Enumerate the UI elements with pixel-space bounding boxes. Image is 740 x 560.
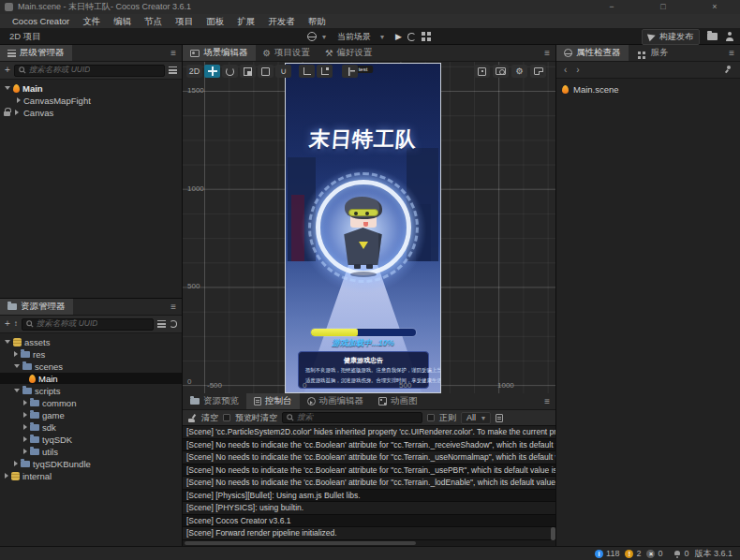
- log-file-icon[interactable]: [496, 414, 503, 422]
- asset-row-scripts[interactable]: scripts: [0, 385, 182, 396]
- refresh-button[interactable]: [407, 33, 416, 41]
- chevron-down-icon[interactable]: [5, 86, 10, 90]
- mode-2d-button[interactable]: 2D: [186, 65, 202, 78]
- scene-viewport[interactable]: 1500 1000 500 0 -500 0 500 1000 2D ∪ ⚙: [183, 62, 555, 393]
- menu-cocos-creator[interactable]: Cocos Creator: [6, 14, 76, 28]
- clear-button[interactable]: 清空: [201, 412, 218, 424]
- menu-file[interactable]: 文件: [76, 14, 107, 28]
- account-button[interactable]: [725, 32, 734, 41]
- asset-row-sdk[interactable]: sdk: [0, 421, 182, 433]
- game-preview[interactable]: test 末日特工队 游戏加载中...10% 健康游戏忠告 抵制不良游戏，拒绝盗…: [285, 63, 441, 393]
- log-level-dropdown[interactable]: All ▾: [461, 412, 491, 424]
- clear-icon[interactable]: [188, 414, 197, 422]
- hierarchy-node-canvasmapfight[interactable]: CanvasMapFight: [0, 95, 182, 106]
- scene-menu-icon[interactable]: ≡: [539, 45, 555, 61]
- log-row[interactable]: [Scene] [Physics][Bullet]: Using asm.js …: [183, 490, 555, 503]
- tab-scene-editor[interactable]: 场景编辑器: [183, 45, 256, 61]
- tab-inspector[interactable]: 属性检查器: [556, 45, 629, 61]
- chevron-down-icon[interactable]: [14, 364, 20, 368]
- lock-icon[interactable]: [4, 111, 10, 116]
- menu-edit[interactable]: 编辑: [107, 14, 138, 28]
- history-forward-button[interactable]: ›: [576, 65, 579, 75]
- tab-asset-preview[interactable]: 资源预览: [183, 393, 246, 409]
- chevron-down-icon[interactable]: [14, 389, 20, 392]
- info-count[interactable]: i 118: [595, 549, 619, 558]
- chevron-down-icon[interactable]: ▾: [322, 33, 326, 41]
- regex-checkbox[interactable]: [427, 414, 435, 421]
- assets-add-button[interactable]: +: [5, 318, 10, 330]
- menu-project[interactable]: 项目: [169, 14, 200, 28]
- chevron-down-icon[interactable]: [5, 340, 10, 344]
- chevron-right-icon[interactable]: [17, 97, 21, 103]
- chevron-right-icon[interactable]: [14, 351, 18, 357]
- menu-node[interactable]: 节点: [138, 14, 169, 28]
- log-row[interactable]: [Scene] 'cc.ParticleSystem2D.color' hide…: [183, 426, 555, 439]
- tab-animation-editor[interactable]: 动画编辑器: [300, 393, 372, 409]
- asset-row-main-scene[interactable]: Main: [0, 373, 182, 384]
- play-button[interactable]: ▶: [395, 32, 402, 41]
- chevron-right-icon[interactable]: [14, 461, 18, 466]
- rotate-tool-button[interactable]: [222, 65, 238, 78]
- scale-tool-button[interactable]: [240, 65, 256, 78]
- scene-gear-button[interactable]: ⚙: [511, 65, 527, 78]
- error-count[interactable]: × 0: [646, 549, 662, 558]
- minimize-button[interactable]: −: [596, 0, 628, 14]
- chevron-right-icon[interactable]: [23, 400, 27, 405]
- assets-search-input[interactable]: 搜索名称或 UUID: [22, 318, 154, 331]
- gizmo-visibility-button[interactable]: [474, 65, 490, 78]
- console-vertical-scrollbar[interactable]: [551, 527, 555, 540]
- menu-developer[interactable]: 开发者: [261, 14, 302, 28]
- step-frame-button[interactable]: [422, 32, 431, 41]
- chevron-right-icon[interactable]: [15, 110, 19, 115]
- asset-row-tyqsdkbundle[interactable]: tyqSDKBundle: [0, 458, 182, 469]
- hierarchy-search-input[interactable]: 搜索名称或 UUID: [14, 65, 165, 77]
- console-menu-icon[interactable]: ≡: [539, 393, 555, 409]
- log-row[interactable]: [Scene] No needs to indicate the 'cc.Boo…: [183, 451, 555, 464]
- hierarchy-node-main[interactable]: Main: [0, 82, 182, 94]
- menu-help[interactable]: 帮助: [302, 14, 333, 28]
- rect-tool-button[interactable]: [258, 65, 274, 78]
- log-row[interactable]: [Scene] [PHYSICS]: using builtin.: [183, 502, 555, 515]
- console-search-input[interactable]: 搜索: [282, 412, 422, 423]
- open-folder-button[interactable]: [707, 33, 718, 40]
- asset-row-res[interactable]: res: [0, 348, 182, 360]
- log-row[interactable]: [Scene] Cocos Creator v3.6.1: [183, 515, 555, 528]
- hierarchy-filter-icon[interactable]: [169, 66, 177, 75]
- chevron-right-icon[interactable]: [23, 449, 27, 454]
- scrollbar-handle[interactable]: [185, 541, 416, 545]
- assets-menu-icon[interactable]: ≡: [165, 299, 182, 315]
- hierarchy-node-canvas[interactable]: Canvas: [0, 107, 182, 118]
- tab-console[interactable]: 控制台: [246, 393, 300, 409]
- asset-row-game[interactable]: game: [0, 409, 182, 420]
- log-row[interactable]: [Scene] No needs to indicate the 'cc.Boo…: [183, 439, 555, 452]
- assets-sort-icon[interactable]: ↕: [14, 318, 18, 330]
- inspector-scene-item[interactable]: Main.scene: [562, 84, 619, 95]
- tab-project-settings[interactable]: ⚙ 项目设置: [256, 45, 318, 61]
- pin-icon[interactable]: [724, 65, 733, 73]
- anchor-tool-button[interactable]: ∪: [275, 65, 291, 78]
- asset-row-scenes[interactable]: scenes: [0, 361, 182, 372]
- history-back-button[interactable]: ‹: [564, 65, 567, 75]
- log-row[interactable]: [Scene] No needs to indicate the 'cc.Boo…: [183, 477, 555, 490]
- build-publish-button[interactable]: 构建发布: [642, 29, 700, 45]
- move-tool-button[interactable]: [204, 65, 220, 78]
- warning-count[interactable]: ! 2: [625, 549, 641, 558]
- asset-row-utils[interactable]: utils: [0, 446, 182, 457]
- log-row[interactable]: [Scene] No needs to indicate the 'cc.Boo…: [183, 464, 555, 478]
- assets-refresh-icon[interactable]: [170, 320, 177, 328]
- notification-count[interactable]: 0: [673, 549, 688, 558]
- pivot-toggle-button[interactable]: [299, 65, 315, 78]
- hierarchy-add-button[interactable]: +: [5, 65, 10, 76]
- menu-extension[interactable]: 扩展: [230, 14, 261, 28]
- inspector-menu-icon[interactable]: ≡: [723, 45, 740, 61]
- asset-row-internal[interactable]: internal: [0, 470, 182, 481]
- scene-camera-button[interactable]: [493, 65, 509, 78]
- maximize-button[interactable]: □: [647, 0, 679, 14]
- chevron-right-icon[interactable]: [23, 436, 27, 442]
- assets-list-view-icon[interactable]: [157, 320, 166, 329]
- tab-services[interactable]: 服务: [629, 45, 676, 61]
- clear-on-preview-checkbox[interactable]: [223, 414, 230, 421]
- chevron-right-icon[interactable]: [23, 412, 27, 418]
- asset-row-assets[interactable]: assets: [0, 336, 182, 347]
- coordinate-toggle-button[interactable]: [317, 65, 333, 78]
